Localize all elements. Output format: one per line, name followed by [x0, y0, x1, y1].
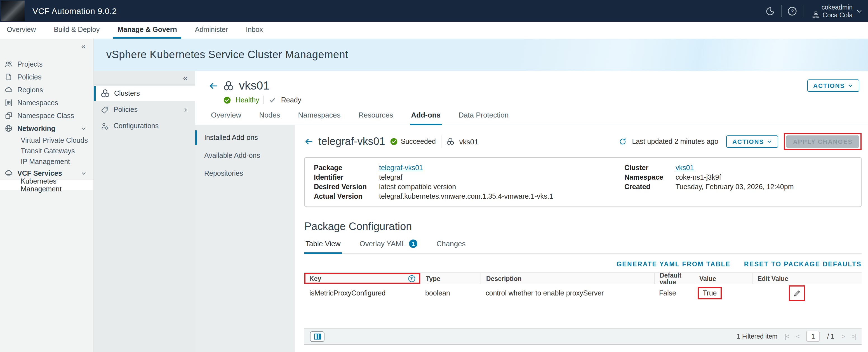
- sidebar-item-kubernetes-management[interactable]: Kubernetes Management: [0, 180, 93, 190]
- addon-actions-button[interactable]: ACTIONS: [726, 136, 778, 148]
- refresh-icon[interactable]: [618, 138, 626, 146]
- created-value: Tuesday, February 03, 2026, 12:40pm: [676, 183, 794, 191]
- tab-cluster-namespaces[interactable]: Namespaces: [297, 111, 342, 125]
- tab-changes[interactable]: Changes: [436, 239, 467, 254]
- cluster-tabs: Overview Nodes Namespaces Resources Add-…: [195, 104, 868, 125]
- actual-version-label: Actual Version: [314, 193, 367, 200]
- identifier-value: telegraf: [379, 174, 624, 181]
- healthy-check-icon: [223, 96, 231, 104]
- cluster-actions-button[interactable]: ACTIONS: [807, 80, 859, 92]
- tab-cluster-overview[interactable]: Overview: [210, 111, 242, 125]
- column-header-description: Description: [480, 273, 654, 284]
- sidebar-item-policies-secondary[interactable]: Policies: [94, 102, 195, 117]
- column-header-edit-value: Edit Value: [752, 273, 862, 284]
- tab-overview[interactable]: Overview: [2, 22, 40, 39]
- tab-manage-govern[interactable]: Manage & Govern: [113, 22, 182, 39]
- sidebar-item-clusters[interactable]: Clusters: [94, 86, 195, 101]
- prev-page-button[interactable]: <: [796, 333, 799, 340]
- tab-inbox[interactable]: Inbox: [241, 22, 268, 39]
- kubernetes-sidebar: « Clusters Policies Configurations: [94, 71, 195, 352]
- chevron-down-icon[interactable]: [856, 7, 863, 14]
- last-page-button[interactable]: >|: [852, 333, 856, 340]
- table-row: isMetricProxyConfigured boolean control …: [304, 284, 862, 302]
- org-name: Coca Cola: [823, 11, 852, 19]
- org-chart-icon: [813, 11, 820, 19]
- sidebar-item-transit-gateways[interactable]: Transit Gateways: [0, 146, 93, 156]
- actual-version-value: telegraf.kubernetes.vmware.com.1.35.4-vm…: [379, 193, 624, 200]
- generate-yaml-link[interactable]: GENERATE YAML FROM TABLE: [617, 261, 731, 267]
- head-divider: [441, 136, 441, 148]
- addon-detail: telegraf-vks01 Succeeded vks01: [295, 125, 868, 352]
- sidebar-group-networking[interactable]: Networking: [0, 122, 93, 135]
- tab-cluster-data-protection[interactable]: Data Protection: [457, 111, 510, 125]
- chevron-right-icon[interactable]: [182, 107, 189, 113]
- next-page-button[interactable]: >: [842, 333, 845, 340]
- app-header: VCF Automation 9.0.2 ? cokeadmin Coca Co…: [0, 0, 868, 22]
- column-header-value: Value: [694, 273, 752, 284]
- column-picker-button[interactable]: [310, 331, 324, 342]
- left-sidebar: « Projects Policies Regions Namespaces: [0, 39, 94, 352]
- logo-image[interactable]: [1, 1, 25, 21]
- cluster-label: Cluster: [624, 164, 663, 172]
- sidebar-item-ip-management[interactable]: IP Management: [0, 156, 93, 167]
- tab-cluster-resources[interactable]: Resources: [357, 111, 394, 125]
- policy-tag-icon: [101, 106, 109, 114]
- first-page-button[interactable]: |<: [785, 333, 789, 340]
- annotation-box-value: True: [698, 287, 722, 299]
- sidebar-item-policies[interactable]: Policies: [0, 70, 93, 83]
- succeeded-check-icon: [390, 138, 398, 146]
- nav-repositories[interactable]: Repositories: [195, 165, 295, 182]
- key-filter-icon[interactable]: [408, 274, 416, 282]
- tab-administer[interactable]: Administer: [190, 22, 232, 39]
- desired-version-value: latest compatible version: [379, 183, 624, 191]
- sidebar-item-virtual-private-clouds[interactable]: Virtual Private Clouds: [0, 135, 93, 146]
- sidebar-item-projects[interactable]: Projects: [0, 58, 93, 70]
- cell-description: control whether to enable proxyServer: [480, 289, 654, 297]
- clusters-icon: [101, 89, 110, 98]
- health-status: Healthy: [236, 96, 259, 104]
- chevron-down-icon[interactable]: [81, 125, 87, 131]
- namespace-label: Namespace: [624, 174, 663, 181]
- cloud-icon: [4, 86, 13, 94]
- status-divider: [264, 96, 265, 104]
- sidebar-item-namespace-class[interactable]: Namespace Class: [0, 109, 93, 122]
- cluster-link[interactable]: vks01: [676, 164, 794, 172]
- nav-available-addons[interactable]: Available Add-ons: [195, 147, 295, 164]
- sidebar-item-namespaces[interactable]: Namespaces: [0, 96, 93, 109]
- sidebar-item-regions[interactable]: Regions: [0, 83, 93, 96]
- chevron-down-icon[interactable]: [81, 170, 87, 176]
- column-header-default-value: Default value: [654, 273, 694, 284]
- overlay-yaml-badge: 1: [409, 239, 417, 248]
- namespaces-icon: [4, 98, 13, 107]
- page-number-input[interactable]: 1: [806, 331, 820, 342]
- sidebar-item-configurations[interactable]: Configurations: [94, 119, 195, 133]
- user-menu[interactable]: cokeadmin Coca Cola: [813, 3, 852, 19]
- sidebar-collapse-icon[interactable]: «: [81, 41, 86, 50]
- panel-collapse-icon[interactable]: «: [183, 73, 187, 82]
- namespace-class-icon: [4, 111, 13, 120]
- tab-overlay-yaml[interactable]: Overlay YAML 1: [358, 239, 418, 254]
- tab-cluster-addons[interactable]: Add-ons: [410, 111, 442, 125]
- nav-installed-addons[interactable]: Installed Add-ons: [195, 129, 295, 146]
- projects-icon: [4, 60, 13, 68]
- help-icon[interactable]: ?: [782, 6, 803, 16]
- dark-mode-moon-icon[interactable]: [760, 6, 781, 16]
- cluster-panel: vks01 ACTIONS Healthy Ready: [195, 71, 868, 352]
- tab-table-view[interactable]: Table View: [304, 239, 342, 254]
- back-arrow-icon[interactable]: [209, 81, 218, 90]
- tab-build-deploy[interactable]: Build & Deploy: [49, 22, 104, 39]
- annotation-box-key-column: [304, 273, 420, 284]
- tab-cluster-nodes[interactable]: Nodes: [258, 111, 281, 125]
- reset-defaults-link[interactable]: RESET TO PACKAGE DEFAULTS: [744, 261, 862, 267]
- edit-pencil-icon[interactable]: [793, 289, 801, 297]
- cluster-name: vks01: [239, 79, 270, 92]
- cluster-icon: [223, 80, 234, 91]
- ready-check-icon: [269, 96, 277, 104]
- addon-status: Succeeded: [401, 138, 436, 146]
- identifier-label: Identifier: [314, 174, 367, 181]
- svg-text:?: ?: [791, 8, 794, 14]
- addon-back-arrow-icon[interactable]: [304, 137, 313, 146]
- apply-changes-button[interactable]: APPLY CHANGES: [786, 136, 859, 148]
- table-header-row: Key Type Description Default value Value: [304, 272, 862, 284]
- package-link[interactable]: telegraf-vks01: [379, 164, 624, 172]
